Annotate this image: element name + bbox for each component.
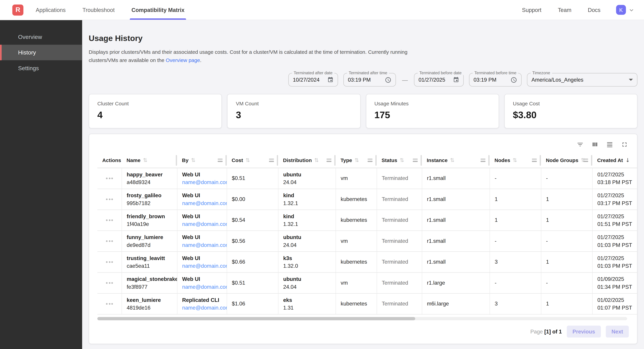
sort-unsorted-icon[interactable]: ⇅ [246,157,250,163]
created-secondary: 01:03 PM PST [597,262,637,270]
cell-instance: r1.small [422,189,490,210]
column-header-type[interactable]: Type⇅ [336,153,376,168]
column-drag-handle[interactable] [413,159,418,162]
column-resize-divider[interactable] [334,155,336,165]
next-page-button[interactable]: Next [606,326,629,338]
sidebar-item-history[interactable]: History [0,45,82,60]
row-email-link[interactable]: name@domain.com [182,241,223,249]
row-email-link[interactable]: name@domain.com [182,283,223,291]
nav-tab-troubleshoot[interactable]: Troubleshoot [82,0,116,20]
row-actions-button[interactable] [105,197,114,202]
terminated-after-time-field[interactable]: Terminated after time 03:19 PM [343,73,396,87]
sort-unsorted-icon[interactable]: ⇅ [400,157,404,163]
column-header-node_groups[interactable]: Node Groups⇅ [541,153,592,168]
node_groups-value: 1 [546,258,589,266]
cell-instance: r1.small [422,210,490,230]
column-resize-divider[interactable] [420,155,422,165]
cell-nodes: - [490,168,541,189]
timezone-select[interactable]: Timezone America/Los_Angeles [527,73,637,87]
account-menu-button[interactable]: K [616,0,634,20]
sort-unsorted-icon[interactable]: ⇅ [191,157,195,163]
column-header-inner: Instance⇅ [427,157,480,163]
nav-tab-compatibility-matrix[interactable]: Compatibility Matrix [130,0,185,20]
clock-icon[interactable] [385,76,392,83]
column-resize-divider[interactable] [176,155,177,165]
row-actions-button[interactable] [105,218,114,223]
terminated-before-date-field[interactable]: Terminated before date 01/27/2025 [414,73,464,87]
name-secondary: de9ed87d [127,241,174,249]
column-header-instance[interactable]: Instance⇅ [422,153,490,168]
sort-desc-icon[interactable]: ↓ [625,157,630,163]
sort-unsorted-icon[interactable]: ⇅ [513,157,517,163]
column-resize-divider[interactable] [276,155,278,165]
sidebar-item-overview[interactable]: Overview [0,29,82,45]
columns-icon[interactable] [591,141,598,148]
distribution-primary: kind [283,212,332,220]
column-resize-divider[interactable] [225,155,227,165]
row-email-link[interactable]: name@domain.com [182,262,223,270]
sort-unsorted-icon[interactable]: ⇅ [354,157,359,163]
row-actions-button[interactable] [105,239,114,244]
column-drag-handle[interactable] [480,159,486,162]
cell-node_groups: 1 [541,251,592,272]
calendar-icon[interactable] [453,77,459,83]
clock-icon[interactable] [510,76,517,83]
row-email-link[interactable]: name@domain.com [182,220,223,228]
row-actions-button[interactable] [105,259,114,264]
sidebar-item-settings[interactable]: Settings [0,60,82,76]
column-drag-handle[interactable] [269,159,274,162]
table-row: funny_lumierede9ed87dWeb UIname@domain.c… [98,231,637,251]
row-email-link[interactable]: name@domain.com [182,304,223,312]
row-email-link[interactable]: name@domain.com [182,199,223,207]
column-drag-handle[interactable] [368,159,372,162]
cell-instance: r1.small [422,251,490,272]
nav-link-support[interactable]: Support [522,7,542,13]
column-drag-handle[interactable] [218,159,223,162]
filter-icon[interactable] [577,141,584,148]
page-description-line2: clusters/VMs are available on the Overvi… [89,56,637,64]
stat-value: 3 [236,109,352,121]
nav-link-team[interactable]: Team [558,7,571,13]
column-header-distribution[interactable]: Distribution⇅ [278,153,336,168]
row-actions-button[interactable] [105,301,114,306]
column-header-by[interactable]: By⇅ [177,153,227,168]
row-actions-button[interactable] [105,176,114,181]
cell-name: magical_stonebrakerfe3f8977 [122,272,177,293]
status-value: Terminated [382,174,418,182]
fullscreen-icon[interactable] [621,141,628,148]
replicated-logo-icon[interactable]: R [12,4,24,15]
overview-page-link[interactable]: Overview page [166,57,200,63]
horizontal-scrollbar-thumb[interactable] [98,317,415,320]
created-primary: 01/27/2025 [597,212,637,220]
previous-page-button[interactable]: Previous [567,326,601,338]
sort-unsorted-icon[interactable]: ⇅ [143,157,147,163]
row-actions-button[interactable] [105,280,114,285]
column-header-name[interactable]: Name⇅ [122,153,177,168]
column-drag-handle[interactable] [532,159,537,162]
column-header-label: Distribution [283,157,312,163]
column-resize-divider[interactable] [375,155,376,165]
terminated-after-date-field[interactable]: Terminated after date 10/27/2024 [288,73,338,87]
column-drag-handle[interactable] [583,159,588,162]
sort-unsorted-icon[interactable]: ⇅ [314,157,319,163]
cell-nodes: - [490,231,541,251]
sort-unsorted-icon[interactable]: ⇅ [450,157,454,163]
column-header-status[interactable]: Status⇅ [377,153,422,168]
distribution-secondary: 1.31 [283,304,332,312]
column-header-cost[interactable]: Cost⇅ [227,153,278,168]
column-header-nodes[interactable]: Nodes⇅ [490,153,541,168]
nav-link-docs[interactable]: Docs [588,7,600,13]
nav-tab-applications[interactable]: Applications [35,0,66,20]
cell-actions [98,272,122,293]
density-icon[interactable] [606,141,613,148]
column-resize-divider[interactable] [488,155,490,165]
terminated-before-time-field[interactable]: Terminated before time 03:19 PM [469,73,522,87]
column-resize-divider[interactable] [540,155,541,165]
row-email-link[interactable]: name@domain.com [182,178,223,186]
column-drag-handle[interactable] [326,159,332,162]
calendar-icon[interactable] [327,77,334,83]
column-resize-divider[interactable] [591,155,592,165]
column-header-label: Node Groups [546,157,578,163]
column-header-created[interactable]: Created At↓ [592,153,637,168]
app-root: R ApplicationsTroubleshootCompatibility … [0,0,644,349]
